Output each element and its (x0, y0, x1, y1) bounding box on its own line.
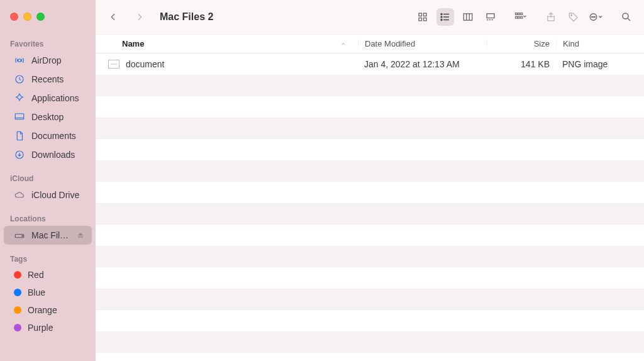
svg-rect-21 (521, 16, 523, 18)
sidebar-item-label: Mac Fil… (31, 230, 69, 240)
sidebar-item-label: Orange (28, 305, 57, 315)
sidebar-tag-red[interactable]: Red (4, 266, 92, 284)
table-row-empty (96, 118, 644, 139)
table-row-empty (96, 331, 644, 353)
sort-ascending-icon (340, 41, 347, 47)
svg-rect-14 (464, 14, 472, 21)
search-button[interactable] (618, 8, 635, 26)
view-gallery-button[interactable] (482, 8, 499, 26)
column-header-date[interactable]: Date Modified (358, 39, 487, 48)
table-row-empty (96, 160, 644, 182)
view-columns-button[interactable] (459, 8, 477, 26)
sidebar-item-label: Downloads (31, 150, 75, 160)
sidebar-item-icloud-drive[interactable]: iCloud Drive (4, 186, 92, 204)
column-header-size[interactable]: Size (487, 39, 556, 48)
file-date: Jan 4, 2022 at 12:13 AM (358, 59, 487, 69)
svg-rect-10 (424, 18, 427, 21)
table-row-empty (96, 289, 644, 310)
sidebar-tag-blue[interactable]: Blue (4, 284, 92, 301)
minimize-window-button[interactable] (23, 13, 31, 21)
column-header-label: Name (122, 39, 144, 48)
main-content: Mac Files 2 (96, 0, 644, 361)
forward-button[interactable] (131, 8, 148, 26)
sidebar-item-documents[interactable]: Documents (4, 126, 92, 145)
svg-rect-16 (515, 13, 517, 15)
action-menu-button[interactable] (587, 8, 605, 26)
close-window-button[interactable] (10, 13, 18, 21)
tag-dot-icon (14, 271, 21, 279)
svg-rect-8 (424, 13, 427, 16)
share-button[interactable] (542, 8, 560, 26)
column-header-label: Date Modified (365, 39, 415, 48)
airdrop-icon (14, 55, 25, 66)
table-row[interactable]: documentJan 4, 2022 at 12:13 AM141 KBPNG… (96, 53, 644, 75)
view-list-button[interactable] (436, 8, 454, 26)
svg-rect-7 (419, 13, 422, 16)
table-row-empty (96, 96, 644, 118)
svg-point-25 (592, 16, 592, 17)
finder-window: Favorites AirDrop Recents Applications D… (0, 0, 644, 361)
tag-dot-icon (14, 324, 21, 331)
clock-icon (14, 74, 25, 85)
column-header-row: Name Date Modified Size Kind (96, 35, 644, 53)
table-row-empty (96, 225, 644, 246)
svg-point-12 (441, 16, 442, 18)
group-by-button[interactable] (512, 8, 530, 26)
sidebar-item-airdrop[interactable]: AirDrop (4, 51, 92, 70)
desktop-icon (14, 111, 25, 123)
table-row-empty (96, 203, 644, 225)
table-row-empty (96, 75, 644, 96)
svg-rect-15 (487, 14, 494, 18)
external-disk-icon (14, 230, 25, 241)
table-row-empty (96, 310, 644, 331)
sidebar: Favorites AirDrop Recents Applications D… (0, 0, 96, 361)
svg-point-0 (18, 59, 21, 62)
file-list[interactable]: documentJan 4, 2022 at 12:13 AM141 KBPNG… (96, 53, 644, 361)
sidebar-item-label: Desktop (31, 112, 64, 122)
sidebar-section-icloud-label: iCloud (0, 170, 96, 186)
sidebar-item-label: iCloud Drive (31, 190, 79, 200)
file-name: document (126, 59, 164, 69)
svg-rect-2 (15, 114, 24, 119)
applications-icon (14, 92, 25, 104)
sidebar-item-label: AirDrop (31, 55, 61, 65)
downloads-icon (14, 149, 25, 160)
column-header-kind[interactable]: Kind (556, 39, 644, 48)
sidebar-tag-purple[interactable]: Purple (4, 319, 92, 336)
svg-point-11 (441, 14, 442, 15)
sidebar-tag-orange[interactable]: Orange (4, 301, 92, 319)
table-row-empty (96, 353, 644, 361)
sidebar-item-desktop[interactable]: Desktop (4, 108, 92, 126)
eject-icon[interactable] (77, 231, 84, 239)
view-icons-button[interactable] (414, 8, 431, 26)
sidebar-item-recents[interactable]: Recents (4, 70, 92, 89)
sidebar-section-favorites-label: Favorites (0, 36, 96, 51)
file-thumbnail-icon (108, 60, 119, 69)
column-header-label: Kind (563, 39, 579, 48)
svg-rect-9 (419, 18, 422, 21)
back-button[interactable] (104, 8, 122, 26)
svg-point-26 (593, 16, 594, 17)
view-mode-group (414, 8, 499, 26)
file-size: 141 KB (487, 59, 556, 69)
column-header-label: Size (534, 39, 550, 48)
svg-rect-18 (521, 13, 523, 15)
sidebar-item-downloads[interactable]: Downloads (4, 145, 92, 164)
table-row-empty (96, 139, 644, 160)
sidebar-item-mac-files[interactable]: Mac Fil… (4, 226, 92, 245)
sidebar-item-applications[interactable]: Applications (4, 89, 92, 108)
svg-rect-20 (518, 16, 520, 18)
zoom-window-button[interactable] (36, 13, 45, 21)
file-kind: PNG image (556, 59, 644, 69)
svg-rect-19 (515, 16, 517, 18)
svg-point-13 (441, 19, 442, 21)
svg-point-28 (623, 13, 628, 19)
column-header-name[interactable]: Name (96, 39, 358, 48)
toolbar: Mac Files 2 (96, 0, 644, 35)
sidebar-section-tags-label: Tags (0, 251, 96, 266)
sidebar-item-label: Applications (31, 93, 79, 103)
tags-button[interactable] (565, 8, 582, 26)
sidebar-item-label: Red (28, 270, 44, 280)
window-title: Mac Files 2 (160, 11, 213, 23)
window-controls (0, 13, 96, 21)
